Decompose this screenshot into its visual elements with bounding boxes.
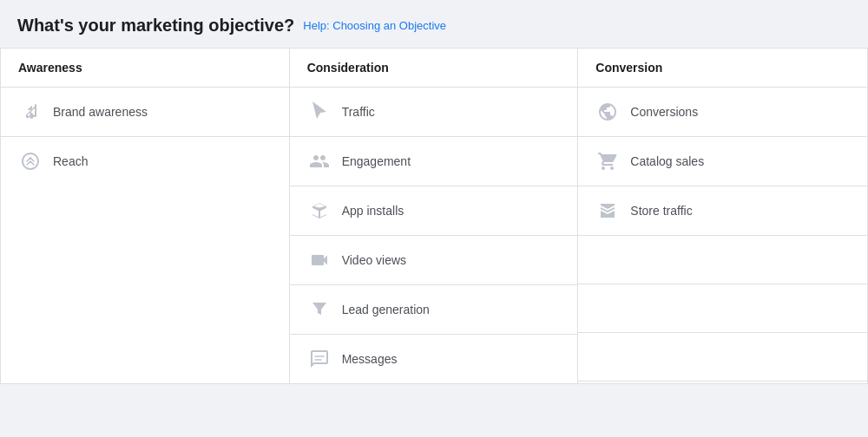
video-views-item[interactable]: Video views bbox=[290, 236, 578, 285]
engagement-label: Engagement bbox=[342, 154, 411, 168]
funnel-icon bbox=[307, 297, 332, 322]
traffic-item[interactable]: Traffic bbox=[290, 88, 578, 137]
catalog-sales-label: Catalog sales bbox=[630, 154, 704, 168]
traffic-label: Traffic bbox=[342, 105, 375, 119]
page-title: What's your marketing objective? bbox=[17, 16, 294, 36]
cursor-icon bbox=[307, 100, 332, 124]
column-headers: Awareness Consideration Conversion bbox=[1, 49, 867, 88]
awareness-header: Awareness bbox=[1, 49, 290, 87]
conversion-empty-1 bbox=[578, 236, 867, 284]
rows-area: Brand awareness Reach bbox=[1, 88, 867, 383]
megaphone-icon bbox=[18, 100, 43, 124]
conversions-item[interactable]: Conversions bbox=[578, 88, 867, 137]
conversion-empty-3 bbox=[578, 333, 867, 382]
app-installs-label: App installs bbox=[342, 204, 404, 218]
store-traffic-label: Store traffic bbox=[630, 204, 692, 218]
lead-generation-item[interactable]: Lead generation bbox=[290, 285, 578, 335]
reach-label: Reach bbox=[53, 154, 88, 168]
video-views-label: Video views bbox=[342, 253, 406, 267]
brand-awareness-label: Brand awareness bbox=[53, 105, 148, 119]
consideration-header: Consideration bbox=[290, 49, 579, 87]
app-installs-item[interactable]: App installs bbox=[290, 186, 578, 236]
globe-icon bbox=[595, 100, 620, 124]
page-wrapper: What's your marketing objective? Help: C… bbox=[0, 0, 868, 437]
messages-item[interactable]: Messages bbox=[290, 335, 578, 383]
reach-icon bbox=[18, 149, 43, 173]
video-icon bbox=[307, 248, 332, 272]
engagement-item[interactable]: Engagement bbox=[290, 137, 578, 186]
messages-label: Messages bbox=[342, 352, 398, 366]
store-icon bbox=[595, 199, 620, 223]
brand-awareness-item[interactable]: Brand awareness bbox=[1, 88, 289, 137]
awareness-col: Brand awareness Reach bbox=[1, 88, 290, 383]
store-traffic-item[interactable]: Store traffic bbox=[578, 186, 867, 236]
conversion-header: Conversion bbox=[578, 49, 867, 87]
engagement-icon bbox=[307, 149, 332, 173]
conversion-empty-2 bbox=[578, 284, 867, 333]
cart-icon bbox=[595, 149, 620, 173]
consideration-col: Traffic Engagement bbox=[290, 88, 579, 383]
conversion-col: Conversions Catalog sales bbox=[578, 88, 867, 383]
help-link[interactable]: Help: Choosing an Objective bbox=[303, 19, 446, 32]
conversions-label: Conversions bbox=[630, 105, 698, 119]
page-header: What's your marketing objective? Help: C… bbox=[0, 0, 868, 48]
messages-icon bbox=[307, 347, 332, 371]
lead-generation-label: Lead generation bbox=[342, 303, 430, 316]
reach-item[interactable]: Reach bbox=[1, 137, 289, 186]
catalog-sales-item[interactable]: Catalog sales bbox=[578, 137, 867, 186]
objectives-table: Awareness Consideration Conversion B bbox=[0, 48, 868, 384]
box-icon bbox=[307, 199, 332, 223]
